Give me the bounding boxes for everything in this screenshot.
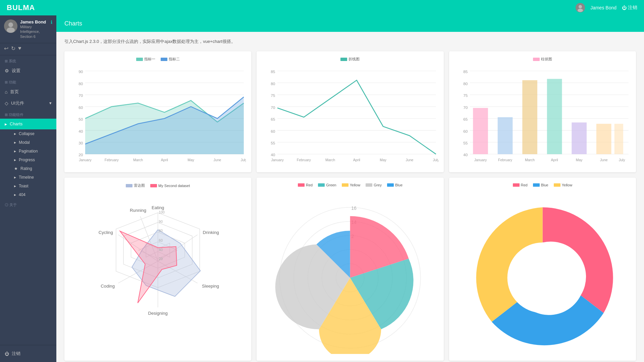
chart-card-radar: 雷达图 My Second dataset [64, 178, 251, 361]
svg-text:65: 65 [271, 117, 276, 122]
power-icon-sidebar: ⏻ [5, 351, 9, 356]
chart-card-doughnut: Red Blue Yellow [449, 178, 636, 361]
line-chart-1-svg: 90 80 70 60 50 40 30 20 [70, 64, 246, 166]
svg-text:30: 30 [78, 141, 83, 145]
sidebar-item-collapse[interactable]: ▸ Collapse [9, 129, 56, 138]
svg-text:June: June [600, 158, 607, 162]
legend-item-line2-1: 折线图 [340, 57, 360, 62]
sidebar-item-pagination[interactable]: ▸ Pagination [9, 147, 56, 156]
svg-text:March: March [525, 158, 535, 162]
settings-icon: ⚙ [5, 68, 9, 73]
sidebar-logout-button[interactable]: ⏻ 注销 [0, 348, 56, 359]
sidebar-user-info: James Bond Military Intelligence, Sectio… [20, 19, 48, 39]
svg-point-1 [579, 5, 582, 8]
sidebar-item-rating[interactable]: ★ Rating [9, 164, 56, 173]
section-label-components: ⊞ 功能组件 [0, 109, 56, 119]
user-area: James Bond ⏻ 注销 [576, 3, 637, 12]
svg-text:80: 80 [463, 81, 468, 86]
chart-grid: 指标一 指标二 90 80 70 60 50 40 [64, 51, 636, 361]
sidebar-item-toast[interactable]: ▸ Toast [9, 182, 56, 190]
svg-text:70: 70 [78, 93, 83, 98]
sidebar-item-ui[interactable]: ◇ UI元件 ▾ [0, 98, 56, 109]
main-content: Charts 引入Chart.js 2.3.0，这部分没什么说的，实际应用中aj… [56, 15, 644, 362]
section-label-system: ⊞ 系统 [0, 55, 56, 65]
about-icon: ◎ [5, 203, 8, 207]
top-navbar: BULMA James Bond ⏻ 注销 [0, 0, 644, 15]
svg-text:80: 80 [78, 81, 83, 86]
sidebar-item-404[interactable]: ▸ 404 [9, 190, 56, 199]
svg-text:May: May [576, 158, 583, 162]
svg-text:55: 55 [463, 141, 468, 145]
svg-text:75: 75 [271, 93, 276, 98]
arrow-icon-pagination: ▸ [14, 149, 16, 154]
svg-text:February: February [297, 158, 311, 162]
home-icon: ⌂ [5, 89, 7, 95]
svg-text:March: March [325, 158, 335, 162]
svg-text:55: 55 [271, 141, 276, 145]
chart-card-line2: 折线图 85 80 75 70 65 60 55 40 [257, 51, 443, 172]
svg-text:January: January [271, 158, 284, 162]
sidebar-user-name: James Bond [20, 19, 48, 24]
legend-item-radar-1: 雷达图 [126, 183, 145, 188]
svg-rect-76 [614, 124, 623, 154]
svg-text:March: March [133, 158, 143, 162]
svg-text:February: February [498, 158, 513, 162]
radar-chart-svg: Eating Drinking Sleeping Designing Codin… [70, 191, 246, 323]
svg-text:April: April [353, 158, 360, 162]
svg-point-119 [507, 243, 578, 313]
power-icon: ⏻ [622, 5, 627, 10]
legend-item-line1-1: 指标一 [136, 57, 155, 62]
sidebar-item-progress[interactable]: ▸ Progress [9, 156, 56, 164]
svg-text:16: 16 [351, 205, 357, 211]
logout-button[interactable]: ⏻ 注销 [622, 5, 637, 11]
user-avatar-small [576, 3, 585, 12]
sidebar-item-home[interactable]: ⌂ 首页 [0, 86, 56, 98]
svg-text:Sleeping: Sleeping [202, 284, 219, 289]
svg-text:40: 40 [159, 248, 163, 252]
chart-legend-polar: Red Green Yellow Grey [262, 183, 438, 187]
svg-text:90: 90 [159, 220, 163, 224]
svg-text:80: 80 [271, 81, 276, 86]
sidebar-item-timeline[interactable]: ▸ Timeline [9, 173, 56, 182]
svg-text:June: June [214, 158, 221, 162]
svg-rect-70 [473, 108, 488, 154]
chart-card-polar: Red Green Yellow Grey [257, 178, 443, 361]
user-name-top: James Bond [590, 5, 616, 10]
legend-item-bar1: 柱状图 [533, 57, 552, 62]
sidebar-item-settings[interactable]: ⚙ 设置 [0, 65, 56, 76]
svg-rect-71 [497, 117, 513, 154]
svg-point-4 [8, 22, 13, 27]
svg-text:40: 40 [271, 153, 276, 157]
arrow-icon-404: ▸ [14, 192, 16, 197]
chart-legend-radar: 雷达图 My Second dataset [70, 183, 246, 188]
refresh-icon[interactable]: ↻ [11, 45, 15, 52]
sidebar-item-charts[interactable]: ▸ Charts [0, 119, 56, 129]
page-description: 引入Chart.js 2.3.0，这部分没什么说的，实际应用中ajax数据处理为… [64, 39, 636, 45]
svg-text:April: April [161, 158, 168, 162]
line-chart-2-svg: 85 80 75 70 65 60 55 40 [262, 64, 438, 166]
svg-text:75: 75 [463, 93, 468, 98]
svg-text:85: 85 [271, 69, 276, 74]
svg-text:July: July [619, 158, 625, 162]
arrow-icon-timeline: ▸ [14, 175, 16, 180]
sidebar: James Bond Military Intelligence, Sectio… [0, 15, 56, 362]
chart-card-bar1: 柱状图 85 80 75 70 65 60 55 40 [449, 51, 636, 172]
svg-rect-73 [547, 79, 562, 154]
svg-text:February: February [105, 158, 119, 162]
legend-color-radar1 [126, 184, 132, 187]
arrow-icon-modal: ▸ [14, 140, 16, 145]
arrow-icon-collapse: ▸ [14, 131, 16, 136]
main-layout: James Bond Military Intelligence, Sectio… [0, 15, 644, 362]
star-icon: ★ [14, 166, 18, 171]
svg-text:40: 40 [463, 153, 468, 157]
info-icon[interactable]: ℹ [51, 19, 52, 25]
svg-text:90: 90 [78, 69, 83, 74]
sidebar-item-modal[interactable]: ▸ Modal [9, 138, 56, 147]
svg-text:July: July [240, 158, 246, 162]
sidebar-user-actions: ↩ ↻ ♥ [0, 43, 56, 55]
svg-text:Designing: Designing [148, 311, 167, 316]
back-icon[interactable]: ↩ [4, 45, 8, 52]
heart-icon[interactable]: ♥ [18, 45, 21, 52]
svg-text:60: 60 [159, 238, 163, 242]
chart-card-line1: 指标一 指标二 90 80 70 60 50 40 [64, 51, 251, 172]
